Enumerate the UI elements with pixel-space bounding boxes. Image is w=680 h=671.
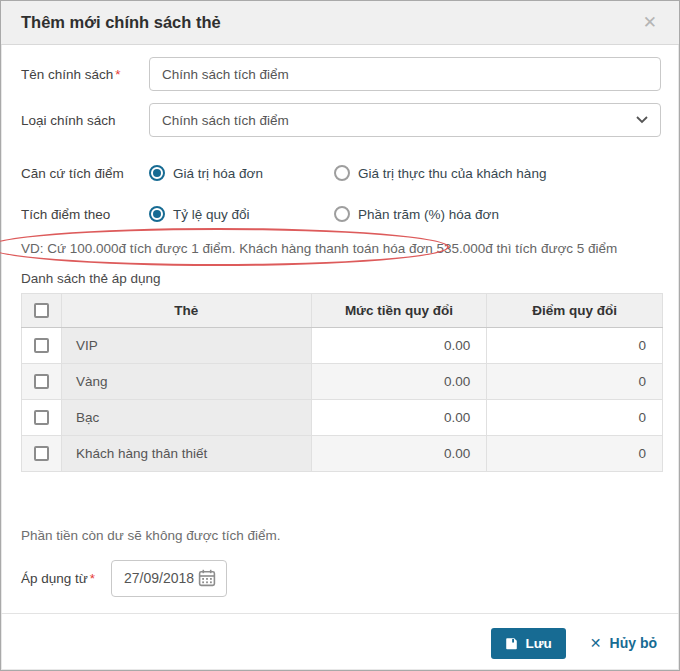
add-card-policy-modal: Thêm mới chính sách thẻ ✕ Tên chính sách…: [0, 0, 680, 671]
cancel-button-label: Hủy bỏ: [610, 635, 657, 651]
policy-type-select[interactable]: Chính sách tích điểm: [149, 103, 661, 137]
card-table: Thẻ Mức tiền quy đổi Điểm quy đổi VIP0.0…: [21, 293, 663, 472]
points-rate-cell[interactable]: 0: [487, 364, 663, 400]
apply-from-label-text: Áp dụng từ: [21, 571, 88, 586]
save-button[interactable]: Lưu: [491, 628, 566, 659]
radio-icon: [334, 206, 350, 222]
chevron-down-icon: [636, 116, 648, 124]
money-rate-cell[interactable]: 0.00: [311, 364, 487, 400]
save-button-label: Lưu: [526, 636, 552, 651]
apply-from-date-value: 27/09/2018: [124, 570, 197, 586]
row-checkbox[interactable]: [34, 338, 49, 353]
points-rate-cell[interactable]: 0: [487, 328, 663, 364]
card-list-caption: Danh sách thẻ áp dụng: [21, 270, 661, 288]
modal-body: Tên chính sách* Chính sách tích điểm Loạ…: [1, 45, 679, 613]
radio-actual-payment[interactable]: Giá trị thực thu của khách hàng: [334, 165, 546, 181]
modal-footer: Lưu ✕ Hủy bỏ: [1, 613, 679, 671]
cancel-x-icon: ✕: [590, 635, 602, 651]
policy-name-label-text: Tên chính sách: [21, 67, 113, 82]
policy-type-value: Chính sách tích điểm: [162, 113, 289, 128]
card-name-cell[interactable]: Vàng: [61, 364, 311, 400]
table-row: Khách hàng thân thiết0.000: [22, 436, 663, 472]
table-row: Vàng0.000: [22, 364, 663, 400]
points-rate-cell[interactable]: 0: [487, 436, 663, 472]
policy-name-input[interactable]: Chính sách tích điểm: [149, 57, 661, 91]
apply-from-date-input[interactable]: 27/09/2018: [111, 560, 227, 597]
save-icon: [505, 637, 518, 650]
apply-from-row: Áp dụng từ* 27/09/2018: [21, 559, 661, 597]
column-header-card: Thẻ: [61, 294, 311, 328]
row-checkbox[interactable]: [34, 446, 49, 461]
point-method-options: Tỷ lệ quy đổi Phần trăm (%) hóa đơn: [149, 206, 661, 222]
calendar-icon[interactable]: [197, 568, 217, 588]
radio-icon: [149, 206, 165, 222]
radio-label: Phần trăm (%) hóa đơn: [358, 207, 499, 222]
radio-label: Giá trị hóa đơn: [173, 166, 263, 181]
card-name-cell[interactable]: Bạc: [61, 400, 311, 436]
point-method-row: Tích điểm theo Tỷ lệ quy đổi Phần trăm (…: [21, 204, 661, 224]
money-rate-cell[interactable]: 0.00: [311, 328, 487, 364]
row-checkbox-cell: [22, 328, 62, 364]
example-text: VD: Cứ 100.000đ tích được 1 điểm. Khách …: [21, 240, 661, 258]
close-icon[interactable]: ✕: [637, 10, 663, 35]
policy-name-row: Tên chính sách* Chính sách tích điểm: [21, 57, 661, 91]
required-asterisk: *: [90, 571, 95, 586]
cancel-button[interactable]: ✕ Hủy bỏ: [590, 635, 657, 651]
row-checkbox[interactable]: [34, 374, 49, 389]
card-name-cell[interactable]: VIP: [61, 328, 311, 364]
row-checkbox-cell: [22, 400, 62, 436]
radio-label: Tỷ lệ quy đổi: [173, 207, 250, 222]
radio-icon: [149, 165, 165, 181]
radio-conversion-rate[interactable]: Tỷ lệ quy đổi: [149, 206, 334, 222]
radio-label: Giá trị thực thu của khách hàng: [358, 166, 546, 181]
row-checkbox-cell: [22, 436, 62, 472]
card-name-cell[interactable]: Khách hàng thân thiết: [61, 436, 311, 472]
table-row: Bạc0.000: [22, 400, 663, 436]
policy-name-value: Chính sách tích điểm: [162, 67, 289, 82]
table-row: VIP0.000: [22, 328, 663, 364]
required-asterisk: *: [115, 67, 120, 82]
radio-invoice-value[interactable]: Giá trị hóa đơn: [149, 165, 334, 181]
column-header-points: Điểm quy đổi: [487, 294, 663, 328]
radio-invoice-percent[interactable]: Phần trăm (%) hóa đơn: [334, 206, 519, 222]
card-table-body: VIP0.000Vàng0.000Bạc0.000Khách hàng thân…: [22, 328, 663, 472]
policy-type-label: Loại chính sách: [21, 113, 149, 128]
policy-type-row: Loại chính sách Chính sách tích điểm: [21, 103, 661, 137]
modal-title: Thêm mới chính sách thẻ: [21, 13, 637, 32]
row-checkbox-cell: [22, 364, 62, 400]
select-all-header-cell: [22, 294, 62, 328]
radio-icon: [334, 165, 350, 181]
money-rate-cell[interactable]: 0.00: [311, 436, 487, 472]
point-basis-options: Giá trị hóa đơn Giá trị thực thu của khá…: [149, 165, 661, 181]
point-method-label: Tích điểm theo: [21, 207, 149, 222]
column-header-money: Mức tiền quy đổi: [311, 294, 487, 328]
card-table-head: Thẻ Mức tiền quy đổi Điểm quy đổi: [22, 294, 663, 328]
policy-name-label: Tên chính sách*: [21, 67, 149, 82]
money-rate-cell[interactable]: 0.00: [311, 400, 487, 436]
point-basis-label: Căn cứ tích điểm: [21, 166, 149, 181]
point-basis-row: Căn cứ tích điểm Giá trị hóa đơn Giá trị…: [21, 163, 661, 183]
remainder-note: Phần tiền còn dư sẽ không được tích điểm…: [21, 527, 661, 545]
modal-header: Thêm mới chính sách thẻ ✕: [1, 1, 679, 45]
select-all-checkbox[interactable]: [34, 303, 49, 318]
points-rate-cell[interactable]: 0: [487, 400, 663, 436]
apply-from-label: Áp dụng từ*: [21, 571, 111, 586]
row-checkbox[interactable]: [34, 410, 49, 425]
